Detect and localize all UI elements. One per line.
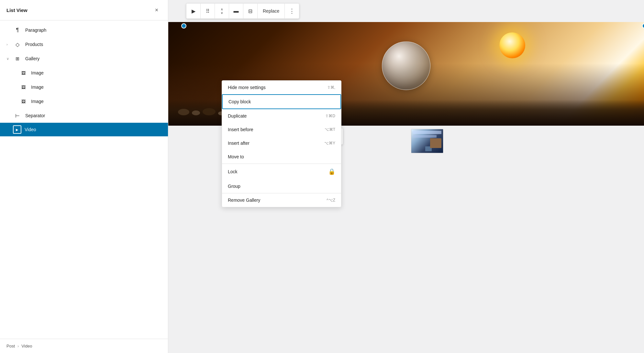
replace-button[interactable]: Replace bbox=[258, 3, 285, 19]
resize-handle-left[interactable] bbox=[181, 23, 186, 28]
menu-item-lock[interactable]: Lock 🔒 bbox=[222, 164, 341, 179]
rock1 bbox=[178, 109, 189, 115]
sidebar-title: List View bbox=[6, 7, 28, 13]
paragraph-icon bbox=[13, 26, 22, 35]
gallery-icon bbox=[13, 54, 22, 63]
menu-item-remove-gallery[interactable]: Remove Gallery ^⌥Z bbox=[222, 193, 341, 207]
menu-item-group[interactable]: Group bbox=[222, 179, 341, 193]
sidebar-item-image1[interactable]: Image bbox=[0, 66, 168, 80]
sidebar-item-gallery[interactable]: ∨ Gallery bbox=[0, 51, 168, 66]
expand-arrow-separator bbox=[6, 114, 13, 118]
preview-bar1 bbox=[413, 131, 441, 134]
sidebar-item-label-separator: Separator bbox=[25, 113, 45, 118]
context-menu: Hide more settings ⇧⌘, Copy block Duplic… bbox=[222, 80, 341, 207]
expand-arrow-products: › bbox=[6, 42, 13, 46]
sidebar-list: Paragraph › Products ∨ Gallery Image Ima… bbox=[0, 20, 168, 339]
menu-item-copy-block[interactable]: Copy block bbox=[222, 94, 341, 109]
sidebar-item-label-video: Video bbox=[25, 127, 36, 132]
sidebar-item-image2[interactable]: Image bbox=[0, 80, 168, 94]
block-toolbar: ▶ ⠿ ∧ ∨ ▬ ⊟ Replace ⋮ bbox=[186, 3, 299, 19]
expand-arrow-paragraph bbox=[6, 28, 13, 32]
duplicate-label: Duplicate bbox=[228, 113, 247, 119]
preview-thumbnail[interactable] bbox=[411, 129, 443, 153]
image1-icon bbox=[19, 68, 28, 77]
preview-img-element bbox=[433, 138, 441, 148]
sidebar-item-separator[interactable]: Separator bbox=[0, 108, 168, 123]
products-icon bbox=[13, 40, 22, 49]
expand-arrow-gallery: ∨ bbox=[6, 57, 13, 61]
sidebar: List View × Paragraph › Products ∨ Galle… bbox=[0, 0, 168, 353]
sidebar-item-image3[interactable]: Image bbox=[0, 94, 168, 108]
sidebar-header: List View × bbox=[0, 0, 168, 20]
sidebar-item-label-image1: Image bbox=[31, 70, 44, 75]
sidebar-item-paragraph[interactable]: Paragraph bbox=[0, 23, 168, 37]
video-play-icon: ▶ bbox=[16, 128, 18, 131]
remove-gallery-shortcut: ^⌥Z bbox=[327, 198, 335, 202]
preview-thumb-image bbox=[411, 129, 443, 153]
lock-label: Lock bbox=[228, 169, 238, 174]
menu-item-insert-before[interactable]: Insert before ⌥⌘T bbox=[222, 123, 341, 136]
close-sidebar-button[interactable]: × bbox=[152, 5, 161, 15]
hide-settings-label: Hide more settings bbox=[228, 85, 266, 90]
sidebar-item-products[interactable]: › Products bbox=[0, 37, 168, 51]
image2-icon bbox=[19, 83, 28, 92]
crystal-ball-decoration bbox=[382, 41, 430, 90]
more-icon: ⋮ bbox=[289, 7, 295, 15]
remove-gallery-label: Remove Gallery bbox=[228, 198, 260, 203]
preview-img-element2 bbox=[425, 146, 432, 151]
preview-bar2 bbox=[413, 135, 437, 138]
breadcrumb-separator: › bbox=[17, 344, 19, 348]
chevron-up-icon: ∧ ∨ bbox=[221, 8, 223, 15]
menu-item-duplicate[interactable]: Duplicate ⇧⌘D bbox=[222, 109, 341, 123]
menu-item-insert-after[interactable]: Insert after ⌥⌘Y bbox=[222, 136, 341, 150]
align-center-button[interactable]: ⊟ bbox=[243, 3, 258, 19]
lock-icon: 🔒 bbox=[328, 168, 335, 175]
sidebar-item-label-image3: Image bbox=[31, 99, 44, 104]
video-icon-box: ▶ bbox=[13, 125, 21, 134]
more-options-button[interactable]: ⋮ bbox=[285, 3, 299, 19]
align-center-icon: ⊟ bbox=[248, 8, 252, 14]
menu-item-hide-settings[interactable]: Hide more settings ⇧⌘, bbox=[222, 81, 341, 94]
sidebar-item-video[interactable]: ▶ Video bbox=[0, 123, 168, 136]
sidebar-item-label-products: Products bbox=[25, 42, 43, 47]
rock3 bbox=[203, 108, 216, 115]
align-left-button[interactable]: ▬ bbox=[229, 3, 243, 19]
insert-after-shortcut: ⌥⌘Y bbox=[324, 141, 335, 145]
insert-before-label: Insert before bbox=[228, 127, 253, 132]
move-up-button[interactable]: ∧ ∨ bbox=[215, 3, 229, 19]
separator-icon bbox=[13, 111, 22, 120]
expand-arrow-video bbox=[6, 128, 13, 131]
duplicate-shortcut: ⇧⌘D bbox=[325, 114, 335, 118]
copy-block-label: Copy block bbox=[228, 99, 251, 104]
align-left-icon: ▬ bbox=[234, 8, 239, 14]
sidebar-item-label-paragraph: Paragraph bbox=[25, 28, 46, 33]
sidebar-item-label-gallery: Gallery bbox=[25, 56, 39, 61]
block-type-button[interactable]: ▶ bbox=[186, 3, 201, 19]
insert-before-shortcut: ⌥⌘T bbox=[325, 127, 335, 132]
sidebar-item-label-image2: Image bbox=[31, 85, 44, 90]
insert-after-label: Insert after bbox=[228, 141, 250, 146]
main-area: ▶ ⠿ ∧ ∨ ▬ ⊟ Replace ⋮ bbox=[168, 0, 644, 353]
rock2 bbox=[192, 110, 200, 115]
breadcrumb-current: Video bbox=[21, 344, 32, 348]
drag-handle-button[interactable]: ⠿ bbox=[201, 3, 215, 19]
menu-item-move-to[interactable]: Move to bbox=[222, 150, 341, 164]
group-label: Group bbox=[228, 184, 240, 189]
image3-icon bbox=[19, 97, 28, 106]
hide-settings-shortcut: ⇧⌘, bbox=[327, 85, 335, 90]
breadcrumb-root[interactable]: Post bbox=[6, 344, 15, 348]
drag-icon: ⠿ bbox=[206, 8, 210, 14]
move-to-label: Move to bbox=[228, 154, 244, 159]
video-block-icon: ▶ bbox=[192, 8, 195, 14]
breadcrumb: Post › Video bbox=[0, 339, 168, 353]
